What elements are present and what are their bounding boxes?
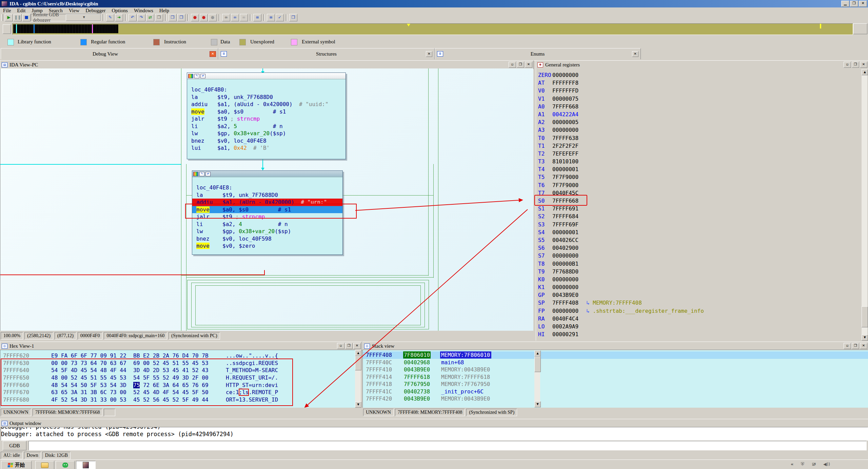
register-row-a0[interactable]: A07FFFF668 <box>536 103 868 110</box>
block-title-bar[interactable]: ✎⇄ <box>192 171 342 177</box>
asm-line[interactable]: jalr $t9 ; strncmp <box>187 115 346 123</box>
register-value[interactable]: 00000000 <box>552 276 578 283</box>
register-row-zero[interactable]: ZERO00000000 <box>536 71 868 79</box>
hex-bytes[interactable]: 00 00 73 73 64 70 63 67 <box>51 360 126 367</box>
close-button[interactable]: ✕ <box>859 1 867 7</box>
register-value[interactable]: 7FFFF69F <box>552 221 578 228</box>
ida-view-close-icon[interactable]: ✕ <box>525 62 532 68</box>
tray-security-icon[interactable]: ⛨ <box>801 462 804 467</box>
add-watch-icon[interactable]: ∞ <box>231 14 239 21</box>
toolbar-grip[interactable] <box>1 14 3 21</box>
restore-button[interactable]: ❐ <box>850 1 858 7</box>
register-value[interactable]: 7FFFF408 <box>552 299 578 307</box>
taskbar-item-ida[interactable] <box>76 461 96 469</box>
register-value[interactable]: 00000000 <box>552 283 578 291</box>
register-value[interactable]: 004222A4 <box>552 110 578 118</box>
hex-bytes[interactable]: 4F 52 54 3D 31 33 00 53 <box>51 396 126 403</box>
stack-maximize-icon[interactable]: ❐ <box>852 343 859 349</box>
register-value[interactable]: 000000B1 <box>552 260 578 268</box>
ida-view-header[interactable]: ▤ IDA View-PC ▫ ❐ ✕ <box>0 60 534 69</box>
run-to-cursor-icon[interactable]: ➔ <box>115 14 123 21</box>
hex-ascii[interactable]: ...ow.."....v..{ <box>226 352 278 359</box>
register-value[interactable]: 004026CC <box>552 236 578 244</box>
open-debug-window-icon[interactable]: ❐ <box>155 14 163 21</box>
block-layout-icon[interactable]: ⇄ <box>205 172 211 176</box>
combo-dropdown-icon[interactable]: ▼ <box>66 14 101 21</box>
title-bar[interactable]: IDA - cgibin C:\Users\clb\Desktop\cgibin… <box>0 0 868 7</box>
tray-network-icon[interactable]: 🖳 <box>812 462 816 467</box>
navigation-band[interactable] <box>12 23 853 35</box>
register-row-t6[interactable]: T67F7F9000 <box>536 181 868 189</box>
hex-row-7FFFF640[interactable]: 7FFFF64054 5F 4D 45 54 48 4F 443D 4D 2D … <box>0 367 355 374</box>
register-row-sp[interactable]: SP7FFFF408↳ MEMORY:7FFFF408 <box>536 299 868 307</box>
registers-close-icon[interactable]: ✕ <box>860 62 867 68</box>
stack-value[interactable]: 7FFFF618 <box>404 373 430 381</box>
menu-options[interactable]: Options <box>108 8 131 14</box>
registers-header[interactable]: ✱ General registers ▫ ❐ ✕ <box>536 60 868 69</box>
menu-windows[interactable]: Windows <box>131 8 156 14</box>
registers-maximize-icon[interactable]: ❐ <box>852 62 859 68</box>
stack-value[interactable]: 7F806010 <box>403 351 431 359</box>
stack-float-icon[interactable]: ▫ <box>844 343 851 349</box>
windows-list-icon[interactable]: ❐ <box>169 14 177 21</box>
breakpoint-list-icon[interactable]: ● <box>191 14 199 21</box>
hex-bytes[interactable]: 45 52 56 45 52 5F 49 44 <box>133 396 209 403</box>
asm-line[interactable]: addiu $a1, (aUrn - 0x420000) # "urn:" <box>192 199 342 206</box>
hex-bytes[interactable]: 54 5F 4D 45 54 48 4F 44 <box>51 367 126 374</box>
register-value[interactable]: 00402900 <box>552 244 578 252</box>
stack-desc[interactable]: _init_proc+6C <box>441 388 484 395</box>
asm-line[interactable]: loc_40F4B0: <box>187 86 346 94</box>
asm-line[interactable]: la $t9, unk_7F7688D0 <box>187 94 346 101</box>
basic-block-loc_40F4B0[interactable]: ✎⇄loc_40F4B0:la $t9, unk_7F7688D0addiu $… <box>187 73 346 159</box>
hex-ascii[interactable]: T_METHOD=M-SEARC <box>226 367 278 374</box>
asm-line[interactable]: li $a2, 5 # n <box>187 123 346 130</box>
delete-watch-icon[interactable]: ∞ <box>240 14 248 21</box>
navband-grip[interactable] <box>3 24 11 34</box>
pause-process-icon[interactable]: ❚❚ <box>14 14 22 21</box>
register-row-s4[interactable]: S400000001 <box>536 228 868 236</box>
hex-row-7FFFF650[interactable]: 7FFFF65048 00 52 45 51 55 45 5354 5F 55 … <box>0 374 355 382</box>
register-row-s0[interactable]: S07FFFF668 <box>536 197 868 205</box>
register-value[interactable]: 0040F45C <box>552 189 578 197</box>
hex-float-icon[interactable]: ▫ <box>337 343 344 349</box>
stack-desc[interactable]: main+68 <box>441 359 464 366</box>
stack-close-icon[interactable]: ✕ <box>860 343 867 349</box>
register-row-t5[interactable]: T57F7F9000 <box>536 173 868 181</box>
stack-row-7FFFF41C[interactable]: 7FFFF41C00402738_init_proc+6C <box>363 388 868 395</box>
hex-bytes[interactable]: E9 FA 6F 6F 77 09 91 22 <box>51 352 126 359</box>
register-row-t4[interactable]: T400000001 <box>536 165 868 173</box>
tab-enums[interactable]: ≣Enums✕ <box>435 48 641 59</box>
output-window-header[interactable]: ▤ Output window <box>0 419 868 428</box>
menu-edit[interactable]: Edit <box>14 8 28 14</box>
scroll-thumb[interactable] <box>534 356 541 372</box>
asm-line[interactable]: lw $gp, 0x38+var_20($sp) <box>187 130 346 137</box>
step-over-icon[interactable]: ↷ <box>137 14 145 21</box>
registers-float-icon[interactable]: ▫ <box>844 62 851 68</box>
stack-view-panel[interactable]: 7FFFF4087F806010MEMORY:7F8060107FFFF40C0… <box>362 350 868 409</box>
register-value[interactable]: 0002A9A9 <box>552 323 578 330</box>
asm-line[interactable]: move $a0, $s0 # s1 <box>192 206 342 213</box>
hex-ascii[interactable]: H.REQUEST_URI=/. <box>226 374 278 381</box>
register-row-a3[interactable]: A300000000 <box>536 126 868 134</box>
register-row-v1[interactable]: V100000075 <box>536 95 868 103</box>
register-row-s3[interactable]: S37FFFF69F <box>536 221 868 228</box>
threads-list-icon[interactable]: ❐ <box>177 14 185 21</box>
registers-scrollbar[interactable]: ▲ ▼ <box>862 69 867 340</box>
segments-icon[interactable]: ≡ <box>267 14 275 21</box>
register-value[interactable]: 0040F4C4 <box>552 315 578 323</box>
hex-bytes[interactable]: 75 72 6E 3A 64 65 76 69 <box>133 382 209 389</box>
hex-row-7FFFF620[interactable]: 7FFFF620E9 FA 6F 6F 77 09 91 22BB E2 2B … <box>0 352 355 360</box>
tab-gdb[interactable]: GDB <box>3 441 26 450</box>
hex-row-7FFFF680[interactable]: 7FFFF6804F 52 54 3D 31 33 00 5345 52 56 … <box>0 396 355 404</box>
tab-close-icon[interactable]: ✕ <box>210 51 216 57</box>
basic-block-loc_40F4E8[interactable]: ✎⇄loc_40F4E8:la $t9, unk_7F7688D0addiu $… <box>192 170 343 255</box>
register-value[interactable]: 0043B9E0 <box>552 291 578 299</box>
hex-bytes[interactable]: 52 45 4D 4F 54 45 5F 50 <box>133 389 209 396</box>
register-value[interactable]: 00000000 <box>552 71 578 79</box>
module-list-icon[interactable]: ≡ <box>253 14 261 21</box>
minimize-button[interactable]: ▁ <box>841 1 849 7</box>
register-value[interactable]: 00000001 <box>552 165 578 173</box>
stack-row-7FFFF40C[interactable]: 7FFFF40C00402968main+68 <box>363 359 868 366</box>
register-row-lo[interactable]: LO0002A9A9 <box>536 323 868 330</box>
watch-list-icon[interactable]: ∞ <box>222 14 230 21</box>
